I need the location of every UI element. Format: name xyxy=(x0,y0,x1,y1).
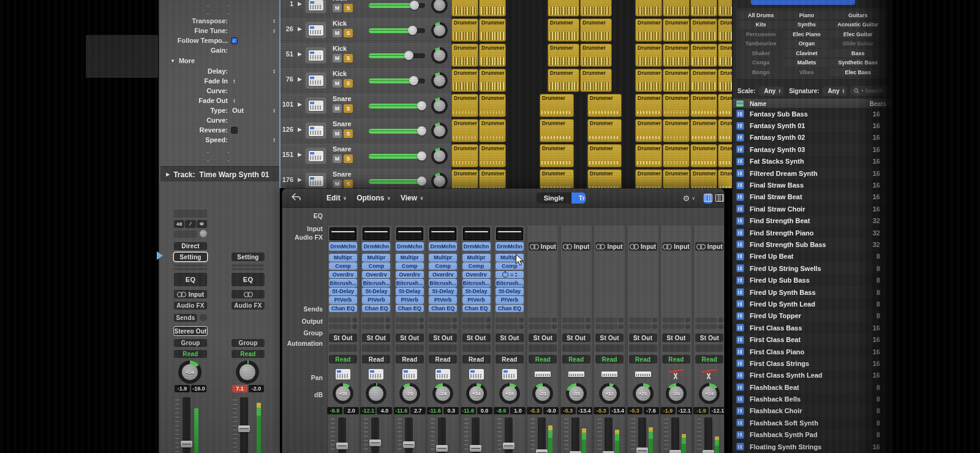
loop-row[interactable]: Final Straw Beat16 xyxy=(733,191,894,203)
send-slot[interactable] xyxy=(695,324,717,329)
drummer-region[interactable]: Drummer xyxy=(580,18,612,42)
solo-button[interactable]: S xyxy=(344,79,353,88)
drummer-region[interactable]: Drummer xyxy=(690,144,717,167)
automation-read-button[interactable]: Read xyxy=(462,355,491,364)
volume-slider[interactable] xyxy=(369,154,425,159)
loop-row[interactable]: Floating Synth Strings16 xyxy=(733,441,894,452)
track-play-icon[interactable]: ▶ xyxy=(298,151,302,158)
volume-knob[interactable] xyxy=(408,26,417,35)
send-slot[interactable] xyxy=(462,318,484,322)
category-acoustic-guitar[interactable]: Acoustic Guitar xyxy=(831,21,886,29)
send-knob[interactable] xyxy=(652,324,657,329)
send-knob[interactable] xyxy=(486,324,491,329)
audio-fx-slot[interactable]: Bitcrush... xyxy=(329,279,357,287)
volume-knob[interactable] xyxy=(404,51,413,60)
segment-single[interactable]: Single xyxy=(537,192,571,204)
eq-thumbnail[interactable] xyxy=(330,227,356,240)
audio-fx-slot[interactable]: Bitcrush... xyxy=(462,279,491,287)
send-knob[interactable] xyxy=(452,318,457,322)
fader-track[interactable] xyxy=(605,417,612,453)
send-slot[interactable] xyxy=(429,318,451,322)
audio-fx-slot[interactable]: Overdrv xyxy=(329,271,357,279)
fader-cap[interactable] xyxy=(503,443,514,449)
track-row[interactable]: 26▶KickMS xyxy=(281,18,453,44)
audio-fx-slot[interactable]: Overdrv xyxy=(462,271,491,279)
send-knob[interactable] xyxy=(718,318,723,322)
category-synths[interactable]: Synths xyxy=(785,21,829,29)
send-knob[interactable] xyxy=(552,318,557,322)
selected-filter-highlight[interactable] xyxy=(751,0,855,5)
gear-chevron-icon[interactable]: ∨ xyxy=(692,196,695,201)
strip-eq-button[interactable]: EQ xyxy=(232,273,265,286)
group-slot[interactable] xyxy=(496,345,524,352)
category-organ[interactable]: Organ xyxy=(785,40,829,48)
input-slot-audio[interactable]: Input xyxy=(629,242,657,251)
track-play-icon[interactable]: ▶ xyxy=(298,26,302,32)
audio-fx-slot[interactable]: St-Delay xyxy=(329,287,357,295)
track-pan-knob[interactable] xyxy=(431,72,448,89)
send-slot[interactable] xyxy=(362,324,384,329)
fader-track[interactable] xyxy=(538,417,546,453)
checkbox[interactable]: ✓ xyxy=(231,37,238,44)
send-slot[interactable] xyxy=(396,324,418,329)
drummer-region[interactable]: Drummer xyxy=(451,144,478,167)
drummer-region[interactable]: Drummer xyxy=(540,94,574,117)
send-slot[interactable] xyxy=(595,324,617,329)
category-bass[interactable]: Bass xyxy=(831,49,886,57)
send-slot[interactable] xyxy=(662,318,684,322)
audio-fx-slot[interactable]: Multipr xyxy=(462,254,491,262)
gear-icon[interactable]: ⚙ xyxy=(682,194,690,203)
track-pan-knob[interactable] xyxy=(431,47,448,64)
fader-cap[interactable] xyxy=(703,450,714,453)
category-shaker[interactable]: Shaker xyxy=(739,49,783,57)
automation-read-button[interactable]: Read xyxy=(629,355,657,364)
audio-fx-slot[interactable]: Comp xyxy=(329,262,357,270)
eq-thumbnail[interactable] xyxy=(429,227,456,240)
send-knob[interactable] xyxy=(586,318,590,322)
track-pan-knob[interactable] xyxy=(431,123,448,139)
track-icon-box[interactable] xyxy=(305,47,326,64)
audio-fx-slot[interactable]: Comp xyxy=(396,262,424,270)
strip-setting-button[interactable]: Setting xyxy=(232,253,265,261)
drummer-region[interactable]: Drummer xyxy=(718,169,732,188)
mute-button[interactable]: M xyxy=(333,180,342,188)
fader-cap[interactable] xyxy=(470,445,481,452)
track-pan-knob[interactable] xyxy=(431,173,448,188)
drummer-region[interactable]: Drummer xyxy=(663,119,690,142)
channel-pan-knob[interactable]: +20 xyxy=(333,383,353,404)
send-slot[interactable] xyxy=(562,324,584,329)
value-stepper[interactable]: ▴▾ xyxy=(273,18,275,24)
input-slot-drmmchn[interactable]: DrmMchn xyxy=(362,242,390,251)
fader-track[interactable] xyxy=(571,417,579,453)
drummer-region[interactable]: Drummer xyxy=(663,44,690,67)
drummer-region[interactable]: Drummer xyxy=(690,69,717,92)
drummer-region[interactable]: Drummer xyxy=(635,119,662,142)
audio-fx-slot[interactable]: Overdrv xyxy=(396,271,424,279)
group-slot[interactable] xyxy=(329,345,357,352)
drummer-region[interactable]: Drummer xyxy=(580,0,612,17)
inspector-row-value[interactable]: Out xyxy=(232,107,244,114)
audio-fx-slot[interactable]: St-Delay xyxy=(362,287,390,295)
menu-view[interactable]: View∨ xyxy=(401,194,424,202)
category-bongo[interactable]: Bongo xyxy=(739,68,783,76)
drummer-region[interactable]: Drummer xyxy=(580,69,612,92)
category-all-drums[interactable]: All Drums xyxy=(739,11,783,19)
track-icon-box[interactable] xyxy=(305,0,326,13)
inline-stepper[interactable]: ▴▾ xyxy=(233,78,235,84)
category-elec-guitar[interactable]: Elec Guitar xyxy=(831,30,886,38)
io-segment-0[interactable]: 48 xyxy=(174,220,184,228)
send-slot[interactable] xyxy=(396,318,418,322)
output-slot[interactable]: St Out xyxy=(562,333,590,342)
value-stepper[interactable]: ▴▾ xyxy=(273,69,275,74)
send-knob[interactable] xyxy=(619,324,624,329)
track-pan-knob[interactable] xyxy=(431,0,448,13)
category-slide-guitar[interactable]: Slide Guitar xyxy=(831,40,886,48)
drummer-region[interactable]: Drummer xyxy=(635,69,662,92)
input-slot-audio[interactable]: Input xyxy=(595,242,624,251)
group-slot[interactable] xyxy=(562,345,590,352)
automation-read-button[interactable]: Read xyxy=(362,355,390,364)
fader-track[interactable] xyxy=(704,417,712,453)
send-knob[interactable] xyxy=(419,324,424,329)
volume-knob[interactable] xyxy=(417,177,426,186)
fader-cap[interactable] xyxy=(636,447,648,453)
